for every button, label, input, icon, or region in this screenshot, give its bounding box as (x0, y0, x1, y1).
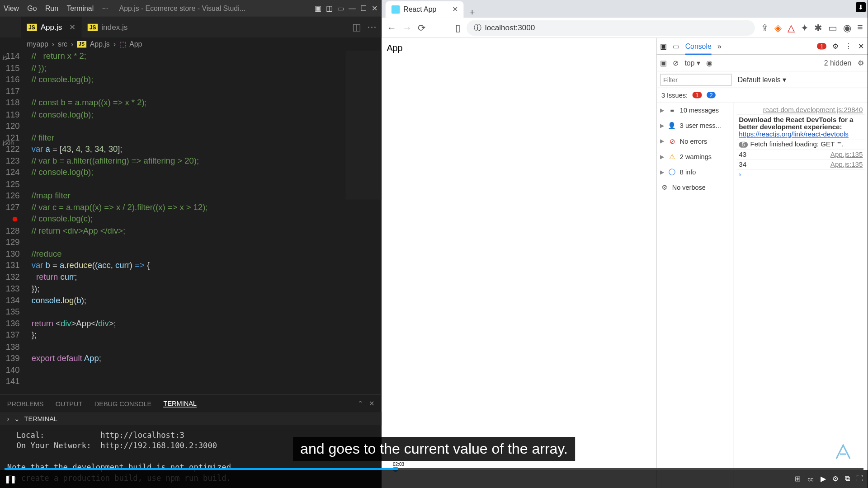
subtitle: and goes to the current value of the arr… (293, 437, 575, 461)
pip-icon[interactable]: ⧉ (845, 474, 850, 484)
captions-icon[interactable]: ㏄ (807, 474, 814, 484)
time-tooltip: 02:03 (391, 461, 406, 467)
pause-button[interactable]: ❚❚ (5, 475, 16, 483)
settings-icon[interactable]: ⚙ (832, 474, 839, 484)
video-controls: ❚❚ ⊞ ㏄ ▶ ⚙ ⧉ ⛶ (0, 470, 868, 488)
video-overlay: and goes to the current value of the arr… (0, 0, 868, 488)
watermark-logo (832, 441, 854, 463)
quality-icon[interactable]: ⊞ (795, 474, 801, 484)
speed-icon[interactable]: ▶ (821, 474, 826, 484)
fullscreen-icon[interactable]: ⛶ (856, 474, 863, 484)
